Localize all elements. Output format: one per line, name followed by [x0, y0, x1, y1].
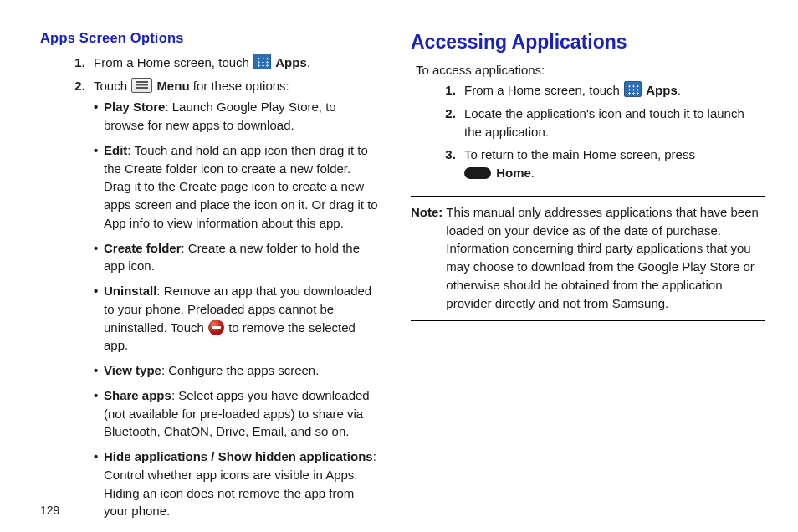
left-column: Apps Screen Options From a Home screen, …: [17, 28, 399, 524]
opt-title: Edit: [104, 143, 127, 157]
menu-options-list: Play Store: Launch Google Play Store, to…: [94, 98, 379, 520]
opt-title: Share apps: [104, 388, 171, 402]
opt-play-store: Play Store: Launch Google Play Store, to…: [94, 98, 379, 135]
home-icon: [464, 167, 491, 179]
right-steps: From a Home screen, touch Apps. Locate t…: [422, 81, 765, 182]
right-step-2: Locate the application's icon and touch …: [459, 105, 765, 141]
left-step-2: Touch Menu for these options: Play Store…: [89, 77, 379, 521]
apps-icon: [624, 81, 642, 97]
page-number: 129: [40, 502, 59, 519]
right-step-3: To return to the main Home screen, press…: [459, 146, 765, 182]
right-intro: To access applications:: [411, 61, 765, 79]
opt-share-apps: Share apps: Select apps you have downloa…: [94, 386, 379, 441]
apps-label-text: Apps: [275, 55, 307, 69]
text: .: [531, 166, 535, 180]
left-steps: From a Home screen, touch Apps. Touch Me…: [52, 54, 379, 520]
text: From a Home screen, touch: [94, 55, 253, 69]
note-label: Note:: [411, 203, 446, 313]
right-column: Accessing Applications To access applica…: [399, 28, 781, 524]
menu-icon: [131, 78, 152, 93]
manual-page: Apps Screen Options From a Home screen, …: [0, 0, 798, 532]
opt-uninstall: Uninstall: Remove an app that you downlo…: [94, 282, 379, 355]
right-step-1: From a Home screen, touch Apps.: [459, 81, 765, 100]
opt-create-folder: Create folder: Create a new folder to ho…: [94, 239, 379, 276]
opt-title: Uninstall: [104, 284, 156, 298]
opt-title: Hide applications / Show hidden applicat…: [104, 449, 373, 463]
text: From a Home screen, touch: [464, 83, 623, 97]
opt-view-type: View type: Configure the apps screen.: [94, 361, 379, 380]
note-body: This manual only addresses applications …: [446, 203, 765, 313]
apps-label-text: Apps: [646, 83, 678, 97]
remove-icon: [208, 320, 224, 335]
opt-title: View type: [104, 363, 161, 377]
text: To return to the main Home screen, press: [464, 147, 695, 161]
apps-icon: [253, 54, 271, 69]
opt-body: : Configure the apps screen.: [161, 363, 319, 377]
opt-body: : Touch and hold an app icon then drag i…: [104, 143, 378, 230]
opt-edit: Edit: Touch and hold an app icon then dr…: [94, 141, 379, 233]
accessing-applications-heading: Accessing Applications: [411, 28, 765, 56]
note-box: Note: This manual only addresses applica…: [411, 196, 765, 322]
menu-label-text: Menu: [156, 79, 189, 93]
opt-hide-applications: Hide applications / Show hidden applicat…: [94, 448, 379, 520]
opt-title: Play Store: [104, 100, 165, 114]
text: Touch: [94, 79, 130, 93]
opt-title: Create folder: [104, 241, 182, 255]
text: .: [678, 83, 681, 97]
text: for these options:: [190, 79, 289, 93]
text: .: [307, 55, 310, 69]
left-step-1: From a Home screen, touch Apps.: [89, 54, 379, 72]
home-label-text: Home: [496, 166, 531, 180]
apps-screen-options-heading: Apps Screen Options: [40, 28, 379, 49]
